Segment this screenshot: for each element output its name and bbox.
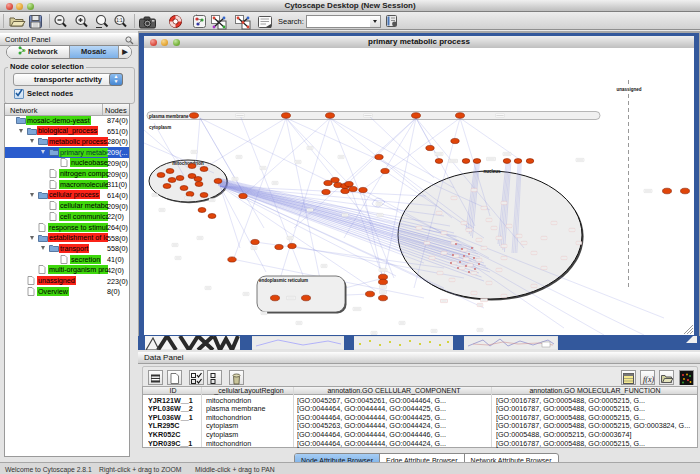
svg-text:1:1: 1:1 (116, 18, 123, 23)
svg-text:plasma membrane: plasma membrane (149, 114, 189, 119)
svg-text:f(x): f(x) (643, 375, 654, 384)
svg-text:unassigned: unassigned (616, 87, 641, 92)
svg-text:nucleus: nucleus (483, 169, 501, 174)
svg-text:endoplasmic reticulum: endoplasmic reticulum (259, 278, 308, 283)
svg-text:cytoplasm: cytoplasm (149, 125, 171, 130)
